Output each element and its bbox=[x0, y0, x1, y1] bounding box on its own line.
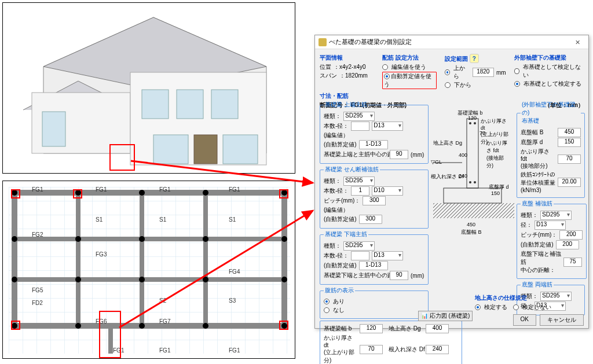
cl-d-lbl: 底盤厚 d bbox=[521, 138, 555, 146]
inp-cl-fdt[interactable]: 70 bbox=[558, 155, 581, 164]
radio-disp-yes[interactable] bbox=[324, 299, 330, 304]
lbl-dim-df: 根入れ深さ Df bbox=[389, 345, 423, 354]
svg-point-20 bbox=[75, 190, 81, 196]
inp-btm-cnt[interactable] bbox=[351, 251, 369, 260]
inp-sh-cnt[interactable]: 1 bbox=[351, 186, 369, 196]
ext-heading: 外部袖壁下の基礎梁 bbox=[514, 54, 584, 62]
cs-d: 150 bbox=[491, 190, 500, 196]
radio-cloth-yes[interactable] bbox=[514, 81, 520, 87]
inp-dim-dt[interactable]: 70 bbox=[360, 345, 383, 354]
radio-edit-label: 編集値を使う bbox=[391, 63, 426, 71]
svg-text:S2: S2 bbox=[159, 297, 167, 304]
unit-mm-b: (mm) bbox=[411, 273, 424, 279]
cs-B: 450 bbox=[467, 222, 475, 227]
inp-cl-d[interactable]: 150 bbox=[558, 138, 581, 147]
sel-top-type[interactable]: SD295 bbox=[343, 112, 375, 121]
svg-point-70 bbox=[474, 122, 476, 124]
inp-dim-dg[interactable]: 400 bbox=[426, 324, 449, 333]
sr-type-lbl: 種類： bbox=[521, 211, 538, 219]
house-svg bbox=[3, 3, 296, 174]
radio-from-btm[interactable] bbox=[445, 82, 451, 88]
radio-cloth-no[interactable] bbox=[514, 68, 520, 74]
sel-btm-dia[interactable]: D13 bbox=[372, 251, 403, 260]
cs-dg: 400 bbox=[459, 152, 467, 158]
range-heading: 設定範囲 bbox=[445, 56, 468, 62]
inp-sr-pitch[interactable]: 200 bbox=[559, 230, 583, 240]
house-3d-render bbox=[2, 2, 295, 174]
sel-btm-type[interactable]: SD295 bbox=[343, 241, 375, 251]
span-label: スパン bbox=[320, 72, 337, 80]
lbl-dim-b: 基礎梁幅 b bbox=[324, 325, 357, 333]
svg-point-25 bbox=[75, 236, 81, 242]
lbl-auto-sh: (自動算定値) bbox=[324, 215, 357, 223]
ok-button[interactable]: OK bbox=[513, 314, 536, 326]
inp-sh-pitch-edit[interactable]: 300 bbox=[363, 196, 386, 205]
inp-dim-b[interactable]: 120 bbox=[360, 324, 383, 333]
svg-point-27 bbox=[203, 236, 208, 242]
svg-text:FG1: FG1 bbox=[96, 187, 107, 193]
sel-sh-dia[interactable]: D10 bbox=[372, 186, 403, 196]
inp-top-cnt[interactable] bbox=[351, 122, 369, 131]
val-btm-auto: 1-D13 bbox=[359, 261, 388, 270]
svg-text:FG1: FG1 bbox=[32, 187, 43, 193]
svg-point-21 bbox=[139, 190, 145, 196]
radio-auto-label: 自動算定値を使う bbox=[384, 73, 431, 87]
svg-point-72 bbox=[474, 181, 476, 183]
legend-shear: 基礎梁 せん断補強筋 bbox=[324, 166, 380, 174]
inp-top-dist[interactable]: 90 bbox=[390, 150, 408, 159]
legend-cloth: (外部袖壁下の基礎梁の) 布基礎 bbox=[521, 101, 581, 125]
legend-slab: 底盤 補強筋 bbox=[521, 200, 554, 208]
radio-auto-value[interactable] bbox=[384, 73, 390, 79]
lbl-type: 種類： bbox=[324, 112, 341, 120]
sel-sh-type[interactable]: SD295 bbox=[343, 177, 375, 186]
inp-cl-unit[interactable]: 20.00 bbox=[558, 178, 581, 187]
cancel-button[interactable]: キャンセル bbox=[540, 314, 584, 326]
range-unit: mm bbox=[496, 69, 506, 76]
method-block: 配筋 設定方法 編集値を使う 自動算定値を使う bbox=[382, 53, 437, 90]
val-sh-pitch-auto: 300 bbox=[359, 215, 382, 224]
cs-fdt-lbl: かぶり厚さ fdt (接地部分) bbox=[486, 139, 508, 170]
sel-sr-type[interactable]: SD295 bbox=[540, 211, 572, 220]
dialog-icon bbox=[319, 38, 327, 46]
cloth-yes-label: 布基礎として検定する bbox=[524, 80, 581, 88]
svg-text:FG1: FG1 bbox=[159, 347, 171, 354]
radio-hr-yes[interactable] bbox=[475, 304, 481, 310]
lbl-cnt: 本数-径： bbox=[324, 122, 349, 130]
cross-section-diagram: 基礎梁幅 b 120 かぶり厚さdt (立上がり部分) 70 かぶり厚さ fdt… bbox=[433, 107, 508, 229]
radio-disp-no[interactable] bbox=[324, 307, 330, 313]
lbl-dist: 基礎梁上端と主筋中心の距離： bbox=[324, 150, 387, 159]
lbl-dim-dt: かぶり厚さ dt (立上がり部分) bbox=[324, 334, 357, 364]
sel-top-dia[interactable]: D13 bbox=[372, 122, 403, 131]
svg-point-37 bbox=[203, 323, 208, 329]
svg-point-28 bbox=[281, 236, 287, 242]
radio-hr-no[interactable] bbox=[513, 304, 519, 310]
inp-sr-dist[interactable]: 75 bbox=[563, 258, 582, 267]
lbl-cnt-b: 本数-径： bbox=[324, 252, 349, 260]
lbl-dist-b: 基礎梁下端と主筋中心の距離： bbox=[324, 271, 387, 280]
legend-disp: 腹筋の表示 bbox=[324, 286, 355, 295]
radio-from-top[interactable] bbox=[445, 69, 450, 75]
svg-point-32 bbox=[203, 277, 208, 282]
inp-cl-B[interactable]: 450 bbox=[558, 128, 581, 137]
val-sr-auto: 200 bbox=[556, 240, 579, 249]
lbl-type-sh: 種類： bbox=[324, 177, 341, 185]
help-icon[interactable]: ? bbox=[470, 54, 479, 63]
callout-box-plan bbox=[99, 311, 121, 358]
stress-diagram-button[interactable]: 📊 応力図 (基礎梁) bbox=[418, 311, 473, 321]
svg-rect-65 bbox=[467, 119, 478, 188]
cl-B-lbl: 底盤幅 B bbox=[521, 128, 555, 137]
sel-sr-dia[interactable]: D13 bbox=[535, 220, 566, 230]
sr-dia-lbl: 径： bbox=[521, 221, 532, 229]
radio-edit-value[interactable] bbox=[382, 64, 388, 70]
range-value-input[interactable]: 1820 bbox=[473, 68, 495, 77]
svg-text:FG5: FG5 bbox=[32, 287, 43, 293]
fs-slab-rebar: 底盤 補強筋 種類：SD295 径：D13 ピッチ(mm)：200 (自動算定値… bbox=[517, 200, 587, 279]
ext-block: 外部袖壁下の基礎梁 布基礎として検定しない 布基礎として検定する bbox=[514, 53, 584, 89]
inp-dim-df[interactable]: 240 bbox=[426, 345, 449, 354]
plane-heading: 平面情報 bbox=[320, 54, 374, 62]
svg-point-30 bbox=[75, 277, 81, 282]
inp-btm-dist[interactable]: 90 bbox=[390, 271, 408, 280]
cs-gl: ▽GL bbox=[431, 159, 442, 165]
close-icon[interactable]: ✕ bbox=[570, 36, 585, 48]
svg-text:FG2: FG2 bbox=[32, 231, 43, 238]
